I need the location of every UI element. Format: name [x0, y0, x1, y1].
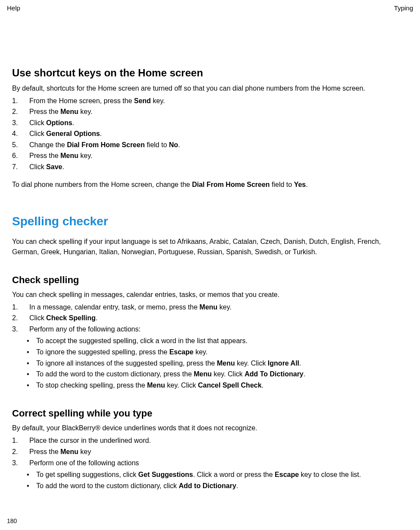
step-item: Click Save.: [12, 161, 408, 173]
page-number: 180: [7, 517, 17, 526]
section-title-correct-spelling: Correct spelling while you type: [12, 406, 408, 420]
step-item: Press the Menu key: [12, 446, 408, 457]
bullet-item: To get spelling suggestions, click Get S…: [12, 469, 408, 480]
steps-list: In a message, calendar entry, task, or m…: [12, 302, 408, 335]
step-item: In a message, calendar entry, task, or m…: [12, 302, 408, 313]
step-item: Place the cursor in the underlined word.: [12, 435, 408, 446]
section-intro: By default, your BlackBerry® device unde…: [12, 423, 408, 433]
section-title-spelling-checker: Spelling checker: [12, 212, 408, 230]
page-content: Use shortcut keys on the Home screen By …: [7, 65, 413, 492]
step-item: Press the Menu key.: [12, 150, 408, 161]
step-item: Click General Options.: [12, 128, 408, 139]
bullet-list: To accept the suggested spelling, click …: [12, 335, 408, 391]
bullet-list: To get spelling suggestions, click Get S…: [12, 469, 408, 491]
page-header: Help Typing: [7, 3, 413, 13]
bullet-item: To ignore the suggested spelling, press …: [12, 347, 408, 358]
steps-list: Place the cursor in the underlined word.…: [12, 435, 408, 468]
header-left: Help: [7, 3, 20, 13]
section-intro: You can check spelling in messages, cale…: [12, 290, 408, 300]
section-title-shortcut-keys: Use shortcut keys on the Home screen: [12, 65, 408, 81]
step-item: Click Check Spelling.: [12, 312, 408, 324]
step-item: Change the Dial From Home Screen field t…: [12, 139, 408, 151]
step-item: Perform any of the following actions:: [12, 324, 408, 335]
section-note: To dial phone numbers from the Home scre…: [12, 180, 408, 190]
step-item: Press the Menu key.: [12, 106, 408, 117]
bullet-item: To accept the suggested spelling, click …: [12, 335, 408, 347]
section-title-check-spelling: Check spelling: [12, 273, 408, 287]
bullet-item: To stop checking spelling, press the Men…: [12, 380, 408, 391]
bullet-item: To add the word to the custom dictionary…: [12, 480, 408, 492]
step-item: Click Options.: [12, 117, 408, 129]
step-item: Perform one of the following actions: [12, 457, 408, 469]
step-item: From the Home screen, press the Send key…: [12, 95, 408, 107]
steps-list: From the Home screen, press the Send key…: [12, 95, 408, 173]
header-right: Typing: [394, 3, 413, 13]
section-intro: By default, shortcuts for the Home scree…: [12, 83, 408, 94]
section-intro: You can check spelling if your input lan…: [12, 237, 408, 257]
bullet-item: To ignore all instances of the suggested…: [12, 358, 408, 369]
bullet-item: To add the word to the custom dictionary…: [12, 369, 408, 380]
